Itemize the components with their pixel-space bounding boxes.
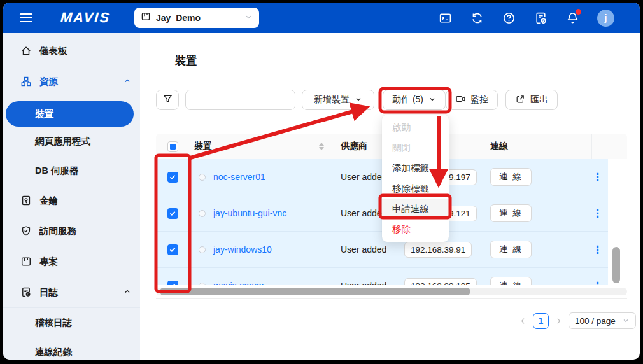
sidebar-item-label: 網頁應用程式	[35, 136, 90, 148]
table-row: mavis-server User added 192.168.89.105 連…	[156, 268, 608, 285]
notification-badge	[576, 9, 581, 15]
monitor-button[interactable]: 監控	[446, 90, 498, 110]
device-link[interactable]: jay-windows10	[213, 244, 272, 255]
sidebar-item-label: 資源	[39, 76, 58, 88]
row-menu-icon[interactable]: ⋮	[592, 281, 603, 286]
project-board-icon	[20, 256, 32, 267]
avatar[interactable]: j	[597, 10, 614, 27]
sidebar-item-label: 日誌	[39, 286, 58, 298]
page-size-select[interactable]: 100 / page	[569, 312, 636, 329]
resources-icon	[20, 76, 32, 87]
toolbar: 新增裝置 動作 (5) 監控	[156, 90, 558, 110]
bell-icon[interactable]	[565, 11, 579, 25]
next-page-icon[interactable]	[555, 317, 563, 325]
page-title: 裝置	[175, 53, 197, 68]
status-dot	[199, 210, 206, 217]
device-link[interactable]: mavis-server	[213, 281, 264, 285]
connect-button[interactable]: 連 線	[490, 204, 532, 222]
sidebar-item-web-apps[interactable]: 網頁應用程式	[3, 127, 140, 156]
row-checkbox[interactable]	[167, 244, 178, 255]
sidebar-item-label: 儀表板	[39, 45, 67, 57]
chevron-up-icon	[124, 76, 131, 87]
terminal-icon[interactable]	[438, 11, 452, 25]
sidebar-item-label: 裝置	[35, 108, 53, 120]
menu-item-request-connection[interactable]: 申請連線	[382, 199, 449, 219]
sidebar-item-label: 專案	[39, 256, 58, 268]
row-checkbox[interactable]	[167, 172, 178, 183]
export-icon	[515, 94, 525, 106]
monitor-label: 監控	[471, 94, 489, 106]
help-icon[interactable]	[502, 11, 516, 25]
status-dot	[199, 246, 206, 253]
page-size-value: 100 / page	[575, 316, 616, 326]
select-all-checkbox[interactable]	[167, 141, 178, 152]
vendor-cell: User added	[337, 268, 404, 285]
horizontal-scrollbar[interactable]	[156, 288, 627, 295]
shield-check-icon	[20, 225, 32, 237]
ip-address: 192.168.39.91	[404, 242, 472, 258]
key-icon	[20, 195, 32, 206]
policy-icon[interactable]	[533, 11, 548, 25]
menu-icon[interactable]	[20, 13, 32, 22]
connect-button[interactable]: 連 線	[490, 241, 532, 258]
status-dot	[199, 174, 206, 181]
actions-menu: 啟動 關閉 添加標籤 移除標籤 申請連線 移除	[382, 115, 449, 242]
actions-button[interactable]: 動作 (5)	[383, 90, 446, 110]
sidebar-item-logs[interactable]: 日誌	[3, 277, 140, 307]
sidebar-item-label: 稽核日誌	[35, 317, 72, 329]
sidebar-item-resources[interactable]: 資源	[3, 66, 140, 97]
video-camera-icon	[455, 94, 466, 106]
row-menu-icon[interactable]: ⋮	[592, 172, 603, 183]
resources-submenu: 裝置 網頁應用程式 DB 伺服器	[3, 97, 140, 185]
row-menu-icon[interactable]: ⋮	[592, 208, 603, 219]
search-input[interactable]	[186, 90, 295, 109]
chevron-down-icon	[428, 95, 436, 105]
device-link[interactable]: jay-ubuntu-gui-vnc	[213, 208, 286, 218]
home-icon	[20, 45, 32, 57]
sidebar: 儀表板 資源 裝置 網頁應用程式 DB 伺服器	[3, 33, 140, 360]
row-menu-icon[interactable]: ⋮	[592, 244, 603, 255]
project-selector-value: Jay_Demo	[156, 13, 201, 23]
project-selector[interactable]: Jay_Demo	[134, 8, 259, 28]
row-checkbox[interactable]	[167, 208, 178, 219]
sidebar-item-dashboard[interactable]: 儀表板	[3, 36, 140, 66]
sidebar-item-access-services[interactable]: 訪問服務	[3, 216, 140, 246]
column-header-connection: 連線	[487, 134, 592, 159]
chevron-down-icon	[244, 12, 253, 24]
sidebar-item-connection-records[interactable]: 連線紀錄	[3, 337, 140, 360]
filter-button[interactable]	[156, 90, 179, 110]
chevron-down-icon	[622, 317, 630, 325]
connect-button[interactable]: 連 線	[490, 277, 532, 285]
logs-submenu: 稽核日誌 連線紀錄	[3, 307, 140, 360]
pagination: 1 100 / page	[519, 312, 636, 329]
connect-button[interactable]: 連 線	[490, 168, 532, 186]
sync-icon[interactable]	[470, 11, 484, 25]
export-button[interactable]: 匯出	[505, 90, 558, 110]
sidebar-item-projects[interactable]: 專案	[3, 246, 140, 277]
page-number[interactable]: 1	[533, 313, 549, 329]
sort-icon[interactable]	[319, 143, 324, 150]
project-board-icon	[141, 11, 151, 24]
device-link[interactable]: noc-server01	[213, 172, 265, 182]
export-label: 匯出	[530, 94, 548, 106]
column-header-device: 裝置	[194, 141, 212, 152]
menu-item-add-tag[interactable]: 添加標籤	[382, 158, 449, 178]
funnel-icon	[162, 94, 173, 106]
menu-item-start[interactable]: 啟動	[382, 117, 449, 137]
menu-item-remove-tag[interactable]: 移除標籤	[382, 178, 449, 199]
topbar: MAVIS Jay_Demo	[3, 3, 640, 33]
sidebar-item-label: 連線紀錄	[35, 346, 72, 358]
sidebar-item-audit-logs[interactable]: 稽核日誌	[3, 308, 140, 337]
sidebar-item-devices[interactable]: 裝置	[6, 101, 134, 127]
sidebar-item-keys[interactable]: 金鑰	[3, 185, 140, 216]
row-checkbox[interactable]	[167, 281, 178, 286]
prev-page-icon[interactable]	[519, 317, 527, 325]
sidebar-item-label: DB 伺服器	[35, 165, 78, 177]
add-device-button[interactable]: 新增裝置	[302, 90, 374, 110]
horizontal-scrollbar-thumb[interactable]	[160, 288, 470, 295]
menu-item-shutdown[interactable]: 關閉	[382, 137, 449, 158]
vertical-scrollbar-thumb[interactable]	[612, 247, 620, 283]
menu-item-remove[interactable]: 移除	[382, 219, 449, 239]
ip-address: 192.168.89.105	[404, 278, 477, 286]
sidebar-item-db-servers[interactable]: DB 伺服器	[3, 156, 140, 185]
